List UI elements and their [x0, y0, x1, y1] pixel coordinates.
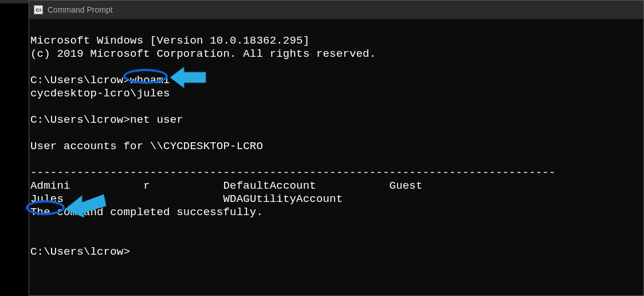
prompt-line-1: C:\Users\lcrow>whoami [30, 74, 170, 87]
user-admin-right: r [143, 180, 150, 192]
prompt-path: C:\Users\lcrow> [30, 114, 130, 126]
user-wdag: WDAGUtilityAccount [223, 193, 343, 205]
user-row-2: Jules WDAGUtilityAccount [30, 193, 343, 205]
prompt-line-2: C:\Users\lcrow>net user [30, 114, 183, 126]
blank-line [30, 127, 37, 139]
whoami-host: cycdesktop-lcro [30, 87, 130, 100]
prompt-line-3: C:\Users\lcrow> [30, 246, 130, 258]
user-admin-left: Admini [30, 180, 70, 192]
window-title: Command Prompt [48, 5, 113, 14]
blank-line [30, 61, 37, 73]
prompt-path: C:\Users\lcrow> [30, 246, 130, 258]
user-row-1: Admini r DefaultAccount Guest [30, 180, 423, 192]
user-default: DefaultAccount [223, 180, 316, 192]
completion-line: The command completed successfully. [30, 206, 263, 219]
prompt-path: C:\Users\lcrow> [30, 74, 130, 87]
dash-rule: ----------------------------------------… [30, 166, 556, 179]
terminal-output[interactable]: Microsoft Windows [Version 10.0.18362.29… [29, 19, 643, 296]
blank-line [30, 219, 37, 232]
svg-marker-0 [170, 67, 206, 88]
command-prompt-window: C:\ Command Prompt Microsoft Windows [Ve… [29, 0, 644, 296]
command-whoami: whoami [130, 74, 170, 87]
whoami-output: cycdesktop-lcro\jules [30, 87, 170, 100]
whoami-user: \jules [130, 87, 170, 100]
copyright-line: (c) 2019 Microsoft Corporation. All righ… [30, 48, 376, 60]
user-jules: Jules [30, 193, 64, 205]
cmd-icon-text: C:\ [36, 7, 41, 13]
blank-line [30, 153, 37, 166]
titlebar[interactable]: C:\ Command Prompt [29, 1, 643, 19]
user-guest: Guest [390, 180, 423, 192]
blank-line [30, 232, 37, 245]
banner-line: Microsoft Windows [Version 10.0.18362.29… [30, 34, 309, 47]
accounts-header: User accounts for \\CYCDESKTOP-LCRO [30, 140, 263, 153]
blank-line [30, 100, 37, 113]
annotation-arrow-1 [170, 64, 211, 92]
cmd-icon: C:\ [34, 5, 43, 14]
command-netuser: net user [130, 114, 183, 126]
